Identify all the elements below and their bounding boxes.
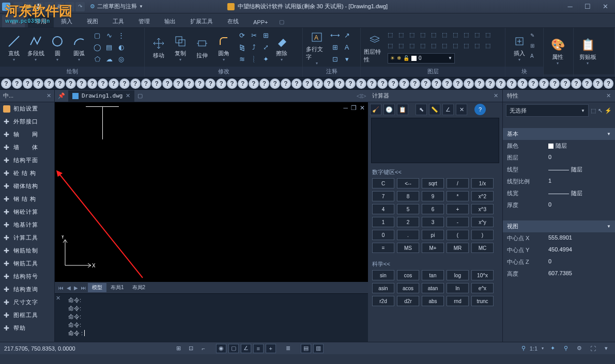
- selection-dropdown[interactable]: 无选择▼: [506, 104, 589, 117]
- dim-icon[interactable]: ⟷: [330, 30, 340, 41]
- unknown-tool-icon[interactable]: ?: [227, 78, 237, 89]
- next-doc-icon[interactable]: ▷: [362, 92, 366, 99]
- calc-key-MC[interactable]: MC: [471, 243, 494, 253]
- mdi-close-icon[interactable]: ✕: [360, 104, 365, 112]
- leader-icon[interactable]: ↗: [342, 30, 352, 41]
- calc-key-trunc[interactable]: trunc: [471, 296, 494, 306]
- properties-button[interactable]: 🎨属性▾: [547, 37, 568, 66]
- explode-icon[interactable]: ✦: [260, 54, 271, 65]
- scale-icon[interactable]: ⤢: [260, 42, 271, 53]
- new-tab-icon[interactable]: ▢: [134, 92, 146, 99]
- tab-express[interactable]: 扩展工具: [183, 15, 220, 27]
- workspace-icon[interactable]: ⚙: [575, 345, 584, 352]
- calc-key-10^x[interactable]: 10^x: [471, 270, 494, 280]
- unknown-tool-icon[interactable]: ?: [464, 78, 474, 89]
- calc-key-0[interactable]: 0: [372, 230, 394, 240]
- left-item-2[interactable]: ✚轴 网: [0, 128, 54, 141]
- stretch-button[interactable]: 拉伸: [191, 35, 213, 59]
- unknown-tool-icon[interactable]: ?: [453, 78, 463, 89]
- qa-plot[interactable]: 🖶: [55, 2, 64, 11]
- qa-new[interactable]: □: [13, 2, 23, 11]
- layer-tool-icon[interactable]: ⬚: [474, 31, 484, 41]
- erase-button[interactable]: 擦除▾: [271, 33, 293, 62]
- calc-key-*[interactable]: *: [447, 191, 469, 201]
- left-item-16[interactable]: ✚图框工具: [0, 309, 54, 322]
- layer-tool-icon[interactable]: ⬚: [474, 42, 484, 52]
- layer-tool-icon[interactable]: ⬚: [464, 42, 473, 52]
- unknown-tool-icon[interactable]: ?: [130, 78, 141, 89]
- circle-button[interactable]: 圆▾: [47, 33, 68, 62]
- qp-icon[interactable]: ▤: [301, 344, 311, 353]
- unknown-tool-icon[interactable]: ?: [356, 78, 366, 89]
- unknown-tool-icon[interactable]: ?: [119, 78, 130, 89]
- annoauto-icon[interactable]: ⚲: [561, 345, 571, 352]
- layer-tool-icon[interactable]: ⬚: [464, 31, 473, 41]
- unknown-tool-icon[interactable]: ?: [162, 78, 173, 89]
- calc-key-8[interactable]: 8: [397, 191, 419, 201]
- left-item-6[interactable]: ✚砌体结构: [0, 180, 54, 193]
- unknown-tool-icon[interactable]: ?: [324, 78, 334, 89]
- lwt-icon[interactable]: ≡: [253, 344, 264, 353]
- left-item-12[interactable]: ✚钢筋工具: [0, 257, 54, 270]
- copy-button[interactable]: 复制▾: [170, 33, 191, 62]
- prev-doc-icon[interactable]: ◁: [357, 92, 361, 99]
- left-item-0[interactable]: 初始设置: [0, 102, 54, 115]
- calc-key-tan[interactable]: tan: [422, 270, 444, 280]
- minimize-button[interactable]: ─: [561, 1, 579, 13]
- unknown-tool-icon[interactable]: ?: [313, 78, 324, 89]
- layer-tool-icon[interactable]: ⬚: [388, 42, 397, 52]
- props-view-section[interactable]: 视图▼: [503, 220, 615, 232]
- unknown-tool-icon[interactable]: ?: [399, 78, 409, 89]
- layer-tool-icon[interactable]: ⬚: [453, 31, 462, 41]
- quick-select-icon[interactable]: ⬚: [591, 107, 596, 114]
- unknown-tool-icon[interactable]: ?: [593, 78, 603, 89]
- unknown-tool-icon[interactable]: ?: [259, 78, 270, 89]
- close-icon[interactable]: ✕: [606, 92, 611, 99]
- layer-tool-icon[interactable]: ⬚: [442, 42, 451, 52]
- prop-row[interactable]: 中心点 Y450.4994: [503, 244, 615, 256]
- layer-tool-icon[interactable]: ⬚: [453, 42, 462, 52]
- calc-key-MR[interactable]: MR: [447, 243, 469, 253]
- unknown-tool-icon[interactable]: ?: [205, 78, 216, 89]
- layer-tool-icon[interactable]: ⬚: [398, 42, 408, 52]
- calc-key-x^3[interactable]: x^3: [471, 204, 494, 214]
- unknown-tool-icon[interactable]: ?: [571, 78, 581, 89]
- field-icon[interactable]: ⊡: [330, 54, 340, 65]
- left-item-5[interactable]: ✚砼 结 构: [0, 167, 54, 180]
- unknown-tool-icon[interactable]: ?: [184, 78, 194, 89]
- calc-key-abs[interactable]: abs: [422, 296, 444, 306]
- calc-key-r2d[interactable]: r2d: [372, 296, 394, 306]
- qa-redo[interactable]: ↷: [75, 2, 85, 11]
- unknown-tool-icon[interactable]: ?: [1, 78, 11, 89]
- unknown-tool-icon[interactable]: ?: [173, 78, 183, 89]
- unknown-tool-icon[interactable]: ?: [33, 78, 43, 89]
- array-icon[interactable]: ⊞: [260, 30, 271, 41]
- unknown-tool-icon[interactable]: ?: [345, 78, 356, 89]
- tab-app[interactable]: APP+: [246, 17, 275, 27]
- tab-output[interactable]: 输出: [157, 15, 183, 27]
- calc-key-e^x[interactable]: e^x: [471, 283, 494, 293]
- unknown-tool-icon[interactable]: ?: [66, 78, 76, 89]
- calc-key-/[interactable]: /: [447, 178, 469, 188]
- calc-key-<--[interactable]: <--: [397, 178, 419, 188]
- snap-icon[interactable]: ⊡: [186, 344, 196, 353]
- tab-model[interactable]: 模型: [88, 283, 106, 292]
- fullscreen-icon[interactable]: ⛶: [588, 345, 597, 352]
- calc-key-C[interactable]: C: [372, 178, 394, 188]
- prop-row[interactable]: 线型比例1: [503, 176, 615, 187]
- unknown-tool-icon[interactable]: ?: [98, 78, 108, 89]
- extend-icon[interactable]: ⤴: [249, 42, 259, 53]
- unknown-tool-icon[interactable]: ?: [496, 78, 506, 89]
- tab-insert[interactable]: 插入: [54, 15, 80, 27]
- calc-paste-icon[interactable]: 📋: [397, 104, 408, 115]
- donut-icon[interactable]: ◎: [116, 54, 126, 65]
- left-item-8[interactable]: ✚钢砼计算: [0, 205, 54, 218]
- unknown-tool-icon[interactable]: ?: [539, 78, 549, 89]
- left-item-13[interactable]: ✚结构符号: [0, 270, 54, 283]
- mirror-icon[interactable]: ⧎: [237, 42, 247, 53]
- close-button[interactable]: ✕: [596, 1, 614, 13]
- calc-key-sin[interactable]: sin: [372, 270, 394, 280]
- unknown-tool-icon[interactable]: ?: [141, 78, 151, 89]
- ellipse-icon[interactable]: ◯: [92, 42, 102, 53]
- cloud-icon[interactable]: ☁: [104, 54, 114, 65]
